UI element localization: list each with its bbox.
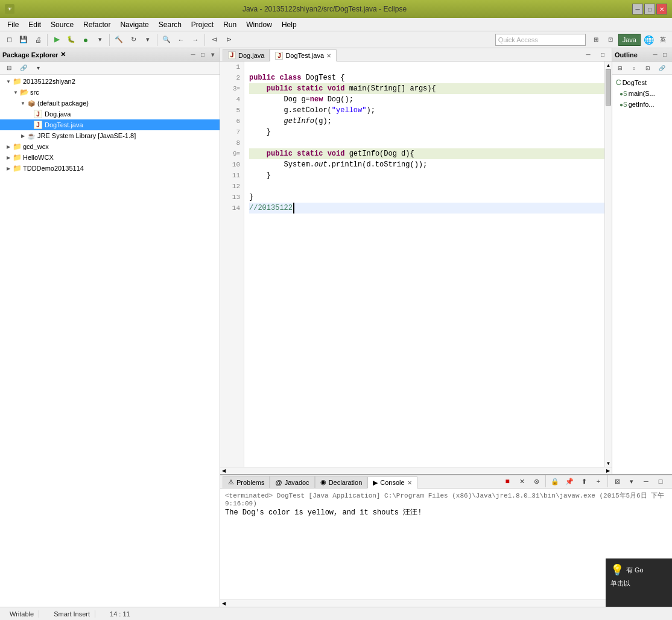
bottom-panel-maximize-btn[interactable]: □ xyxy=(654,475,667,488)
view-menu-btn[interactable]: ▾ xyxy=(31,62,45,75)
tree-item-gcd-wcx[interactable]: ▶ 📁 gcd_wcx xyxy=(0,141,220,152)
tree-item-jre[interactable]: ▶ ☕ JRE System Library [JavaSE-1.8] xyxy=(0,130,220,141)
code-line-2: public class DogTest { xyxy=(249,72,604,83)
tab-dogtest-java[interactable]: J DogTest.java ✕ xyxy=(270,49,337,62)
scroll-up-btn[interactable]: ▲ xyxy=(605,62,612,69)
tab-dog-java[interactable]: J Dog.java xyxy=(223,49,270,61)
console-display-btn[interactable]: ⊠ xyxy=(610,475,624,488)
tab-console[interactable]: ▶ Console ✕ xyxy=(367,476,417,489)
menu-edit[interactable]: Edit xyxy=(24,19,46,30)
tree-item-tdd-demo[interactable]: ▶ 📁 TDDDemo20135114 xyxy=(0,163,220,174)
tab-declaration[interactable]: ◉ Declaration xyxy=(315,476,368,488)
editor-scrollbar-v[interactable]: ▲ ▼ xyxy=(604,62,612,467)
console-remove-all-btn[interactable]: ⊗ xyxy=(530,475,543,488)
bottom-scrollbar-h[interactable]: ◀ ▶ xyxy=(220,599,672,607)
search-button[interactable]: 🔍 xyxy=(160,33,173,46)
refresh-button[interactable]: ↻ xyxy=(127,33,140,46)
restore-button[interactable]: □ xyxy=(644,4,655,14)
menu-window[interactable]: Window xyxy=(241,19,277,30)
scroll-left-btn[interactable]: ◀ xyxy=(220,467,227,475)
scroll-thumb[interactable] xyxy=(606,69,611,106)
minimize-panel-btn[interactable]: ─ xyxy=(188,50,198,60)
collapse-all-btn[interactable]: ⊟ xyxy=(2,62,16,75)
tree-item-src[interactable]: ▼ 📂 src xyxy=(0,87,220,98)
outline-maximize-btn[interactable]: □ xyxy=(660,50,670,60)
tree-item-dogtest-java[interactable]: J DogTest.java xyxy=(0,119,220,130)
outline-minimize-btn[interactable]: ─ xyxy=(650,50,660,60)
code-line-11: } xyxy=(249,170,604,181)
console-new-btn[interactable]: + xyxy=(592,475,605,488)
outline-class[interactable]: C DogTest xyxy=(615,77,670,88)
debug-button[interactable]: 🐛 xyxy=(65,33,78,46)
menu-search[interactable]: Search xyxy=(154,19,186,30)
console-scroll-lock-btn[interactable]: 🔒 xyxy=(548,475,562,488)
link-with-editor-btn[interactable]: 🔗 xyxy=(17,62,30,75)
tree-arrow: ▶ xyxy=(19,132,27,139)
tree-item-label: JRE System Library [JavaSE-1.8] xyxy=(37,132,136,139)
run-last-button[interactable]: ▶ xyxy=(50,33,63,46)
menu-navigate[interactable]: Navigate xyxy=(115,19,153,30)
menu-source[interactable]: Source xyxy=(46,19,78,30)
scroll-right-btn[interactable]: ▶ xyxy=(604,467,612,475)
notification-popup[interactable]: 💡 有 Go 单击以 xyxy=(606,558,672,607)
console-remove-btn[interactable]: ✕ xyxy=(515,475,528,488)
perspective-btn-1[interactable]: ⊞ xyxy=(589,33,603,46)
close-button[interactable]: ✕ xyxy=(656,4,667,14)
run-button[interactable]: ● xyxy=(79,33,92,46)
save-button[interactable]: 💾 xyxy=(17,33,30,46)
outline-method-getinfo[interactable]: ●S getInfo... xyxy=(615,99,670,110)
tab-console-close[interactable]: ✕ xyxy=(407,479,412,486)
forward-button[interactable]: → xyxy=(189,33,202,46)
tab-problems[interactable]: ⚠ Problems xyxy=(223,476,270,488)
menu-file[interactable]: File xyxy=(2,19,24,30)
package-explorer-close-icon[interactable]: ✕ xyxy=(60,51,66,59)
editor-minimize-btn[interactable]: ─ xyxy=(582,48,595,61)
prev-edit-button[interactable]: ⊲ xyxy=(208,33,221,46)
minimize-button[interactable]: ─ xyxy=(632,4,643,14)
bottom-panel-minimize-btn[interactable]: ─ xyxy=(639,475,653,488)
outline-filter-btn[interactable]: ⊡ xyxy=(641,62,655,75)
tree-item-default-package[interactable]: ▼ 📦 (default package) xyxy=(0,98,220,109)
console-dropdown-btn[interactable]: ▾ xyxy=(625,475,638,488)
editor-scrollbar-h[interactable]: ◀ ▶ xyxy=(220,467,612,474)
maximize-panel-btn[interactable]: □ xyxy=(198,50,208,60)
tree-item-project[interactable]: ▼ 📁 20135122shiyan2 xyxy=(0,76,220,87)
perspective-btn-2[interactable]: ⊡ xyxy=(604,33,617,46)
quick-access-box[interactable]: Quick Access xyxy=(495,34,586,46)
menu-project[interactable]: Project xyxy=(186,19,218,30)
panel-menu-btn[interactable]: ▾ xyxy=(208,50,217,60)
console-open-btn[interactable]: ⬆ xyxy=(577,475,591,488)
ime-button[interactable]: 英 xyxy=(656,33,670,46)
print-button[interactable]: 🖨 xyxy=(31,33,45,46)
editor-maximize-btn[interactable]: □ xyxy=(596,48,609,61)
new-button[interactable]: ◻ xyxy=(2,33,16,46)
menu-help[interactable]: Help xyxy=(277,19,302,30)
tree-item-label: Dog.java xyxy=(45,110,71,118)
outline-sort-btn[interactable]: ↕ xyxy=(627,62,641,75)
tree-item-dog-java[interactable]: J Dog.java xyxy=(0,109,220,119)
tab-dogtest-close[interactable]: ✕ xyxy=(326,52,331,59)
outline-collapse-btn[interactable]: ⊟ xyxy=(613,62,627,75)
tree-item-hello-wcx[interactable]: ▶ 📁 HelloWCX xyxy=(0,152,220,163)
scroll-down-btn[interactable]: ▼ xyxy=(605,460,612,467)
menu-refactor[interactable]: Refactor xyxy=(78,19,115,30)
outline-method-main[interactable]: ●S main(S... xyxy=(615,88,670,99)
editor-content[interactable]: 1 2 3≡ 4 5 6 7 8 9≡ 10 11 12 13 xyxy=(220,62,604,467)
bottom-scroll-left-btn[interactable]: ◀ xyxy=(220,600,227,607)
code-editor[interactable]: public class DogTest { public static voi… xyxy=(244,62,604,467)
run-dropdown[interactable]: ▾ xyxy=(94,33,107,46)
line-numbers: 1 2 3≡ 4 5 6 7 8 9≡ 10 11 12 13 xyxy=(220,62,244,467)
refresh-dropdown[interactable]: ▾ xyxy=(141,33,154,46)
build-button[interactable]: 🔨 xyxy=(112,33,125,46)
java-perspective-button[interactable]: Java xyxy=(618,34,641,46)
perspective-icon[interactable]: 🌐 xyxy=(642,33,655,46)
next-edit-button[interactable]: ⊳ xyxy=(222,33,235,46)
console-stop-btn[interactable]: ■ xyxy=(501,475,514,488)
main-area: Package Explorer ✕ ─ □ ▾ ⊟ 🔗 ▾ ▼ 📁 20135… xyxy=(0,48,672,607)
console-pin-btn[interactable]: 📌 xyxy=(563,475,576,488)
tab-javadoc[interactable]: @ Javadoc xyxy=(270,476,314,488)
outline-link-btn[interactable]: 🔗 xyxy=(655,62,668,75)
menu-run[interactable]: Run xyxy=(218,19,241,30)
back-button[interactable]: ← xyxy=(174,33,188,46)
tab-declaration-icon: ◉ xyxy=(320,478,326,486)
